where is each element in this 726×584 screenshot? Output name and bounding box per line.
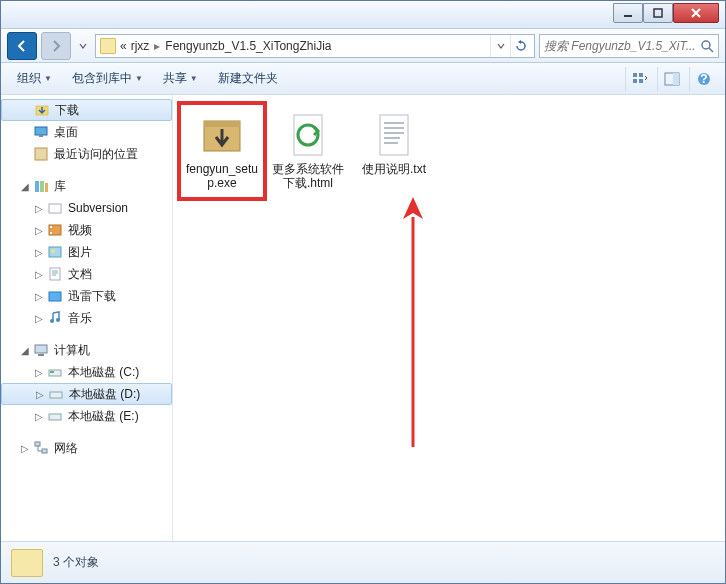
search-input[interactable] bbox=[544, 39, 696, 53]
expand-icon[interactable]: ▷ bbox=[33, 202, 45, 214]
sidebar-item-network[interactable]: ▷ 网络 bbox=[1, 437, 172, 459]
svg-rect-3 bbox=[633, 73, 637, 77]
svg-rect-29 bbox=[38, 354, 44, 356]
sidebar-item-drive-c[interactable]: ▷ 本地磁盘 (C:) bbox=[1, 361, 172, 383]
view-options-button[interactable] bbox=[625, 67, 653, 91]
expand-icon[interactable]: ▷ bbox=[19, 442, 31, 454]
search-box[interactable] bbox=[539, 34, 719, 58]
forward-button[interactable] bbox=[41, 32, 71, 60]
svg-point-2 bbox=[702, 41, 710, 49]
expand-icon[interactable]: ▷ bbox=[33, 410, 45, 422]
minimize-button[interactable] bbox=[613, 3, 643, 23]
libraries-icon bbox=[33, 178, 49, 194]
address-bar[interactable]: « rjxz ▸ Fengyunzb_V1.5_XiTongZhiJia bbox=[95, 34, 535, 58]
new-folder-button[interactable]: 新建文件夹 bbox=[210, 66, 286, 91]
sidebar-item-downloads[interactable]: 下载 bbox=[1, 99, 172, 121]
sidebar-item-xunlei[interactable]: ▷ 迅雷下载 bbox=[1, 285, 172, 307]
sidebar-item-drive-d[interactable]: ▷ 本地磁盘 (D:) bbox=[1, 383, 172, 405]
chevron-down-icon bbox=[79, 42, 87, 50]
svg-rect-16 bbox=[40, 181, 44, 192]
file-item-exe[interactable]: fengyun_setup.exe bbox=[183, 107, 261, 195]
sidebar-item-label: 本地磁盘 (E:) bbox=[68, 408, 139, 425]
desktop-icon bbox=[33, 124, 49, 140]
sidebar-item-label: 视频 bbox=[68, 222, 92, 239]
svg-rect-32 bbox=[50, 392, 62, 398]
share-label: 共享 bbox=[163, 70, 187, 87]
sidebar-item-label: 文档 bbox=[68, 266, 92, 283]
downloads-icon bbox=[34, 102, 50, 118]
file-list[interactable]: fengyun_setup.exe 更多系统软件下载.html 使用说明.txt bbox=[173, 95, 725, 541]
navigation-tree[interactable]: 下载 桌面 最近访问的位置 ◢ 库 ▷ Subversion bbox=[1, 95, 173, 541]
sidebar-item-computer[interactable]: ◢ 计算机 bbox=[1, 339, 172, 361]
sidebar-item-pictures[interactable]: ▷ 图片 bbox=[1, 241, 172, 263]
explorer-window: « rjxz ▸ Fengyunzb_V1.5_XiTongZhiJia 组织 … bbox=[0, 0, 726, 584]
sidebar-item-music[interactable]: ▷ 音乐 bbox=[1, 307, 172, 329]
svg-rect-8 bbox=[673, 73, 679, 85]
sidebar-item-label: 桌面 bbox=[54, 124, 78, 141]
sidebar-item-drive-e[interactable]: ▷ 本地磁盘 (E:) bbox=[1, 405, 172, 427]
close-button[interactable] bbox=[673, 3, 719, 23]
svg-rect-24 bbox=[50, 268, 60, 280]
file-label: 使用说明.txt bbox=[362, 162, 426, 176]
svg-rect-35 bbox=[42, 449, 47, 453]
music-icon bbox=[47, 310, 63, 326]
maximize-button[interactable] bbox=[643, 3, 673, 23]
sidebar-item-label: 图片 bbox=[68, 244, 92, 261]
sidebar-item-label: 下载 bbox=[55, 102, 79, 119]
organize-label: 组织 bbox=[17, 70, 41, 87]
svg-rect-28 bbox=[35, 345, 47, 353]
preview-pane-button[interactable] bbox=[657, 67, 685, 91]
include-label: 包含到库中 bbox=[72, 70, 132, 87]
share-menu[interactable]: 共享 ▼ bbox=[155, 66, 206, 91]
sidebar-item-subversion[interactable]: ▷ Subversion bbox=[1, 197, 172, 219]
file-item-txt[interactable]: 使用说明.txt bbox=[355, 107, 433, 180]
help-button[interactable]: ? bbox=[689, 67, 717, 91]
drive-icon bbox=[47, 408, 63, 424]
folder-icon bbox=[11, 549, 43, 577]
organize-menu[interactable]: 组织 ▼ bbox=[9, 66, 60, 91]
sidebar-item-documents[interactable]: ▷ 文档 bbox=[1, 263, 172, 285]
svg-rect-14 bbox=[35, 148, 47, 160]
collapse-icon[interactable]: ◢ bbox=[19, 344, 31, 356]
expand-icon[interactable]: ▷ bbox=[33, 290, 45, 302]
expand-icon[interactable]: ▷ bbox=[33, 366, 45, 378]
expand-icon[interactable]: ▷ bbox=[34, 388, 46, 400]
expand-icon[interactable]: ▷ bbox=[33, 312, 45, 324]
titlebar bbox=[1, 1, 725, 29]
sidebar-item-label: 本地磁盘 (C:) bbox=[68, 364, 139, 381]
chevron-down-icon: ▼ bbox=[135, 74, 143, 83]
toolbar: 组织 ▼ 包含到库中 ▼ 共享 ▼ 新建文件夹 ? bbox=[1, 63, 725, 95]
sidebar-item-desktop[interactable]: 桌面 bbox=[1, 121, 172, 143]
expand-icon[interactable]: ▷ bbox=[33, 268, 45, 280]
svg-point-26 bbox=[50, 319, 54, 323]
svg-rect-4 bbox=[639, 73, 643, 77]
back-button[interactable] bbox=[7, 32, 37, 60]
breadcrumb-item[interactable]: rjxz bbox=[131, 39, 150, 53]
address-dropdown[interactable] bbox=[490, 35, 510, 57]
chevron-down-icon: ▼ bbox=[190, 74, 198, 83]
window-controls bbox=[613, 3, 719, 23]
breadcrumb-item[interactable]: Fengyunzb_V1.5_XiTongZhiJia bbox=[165, 39, 331, 53]
history-dropdown[interactable] bbox=[75, 32, 91, 60]
drive-icon bbox=[48, 386, 64, 402]
navigation-bar: « rjxz ▸ Fengyunzb_V1.5_XiTongZhiJia bbox=[1, 29, 725, 63]
include-in-library-menu[interactable]: 包含到库中 ▼ bbox=[64, 66, 151, 91]
refresh-button[interactable] bbox=[510, 35, 530, 57]
sidebar-item-videos[interactable]: ▷ 视频 bbox=[1, 219, 172, 241]
expand-icon[interactable]: ▷ bbox=[33, 246, 45, 258]
file-item-html[interactable]: 更多系统软件下载.html bbox=[269, 107, 347, 195]
svg-rect-12 bbox=[35, 127, 47, 135]
chevron-down-icon: ▼ bbox=[44, 74, 52, 83]
sidebar-item-recent[interactable]: 最近访问的位置 bbox=[1, 143, 172, 165]
refresh-icon bbox=[515, 40, 527, 52]
search-icon bbox=[700, 39, 714, 53]
sidebar-item-libraries[interactable]: ◢ 库 bbox=[1, 175, 172, 197]
breadcrumb-prefix[interactable]: « bbox=[120, 39, 127, 53]
expand-icon[interactable]: ▷ bbox=[33, 224, 45, 236]
chevron-down-icon bbox=[497, 42, 505, 50]
sidebar-item-label: 计算机 bbox=[54, 342, 90, 359]
svg-rect-33 bbox=[49, 414, 61, 420]
collapse-icon[interactable]: ◢ bbox=[19, 180, 31, 192]
preview-pane-icon bbox=[664, 72, 680, 86]
sidebar-item-label: 音乐 bbox=[68, 310, 92, 327]
